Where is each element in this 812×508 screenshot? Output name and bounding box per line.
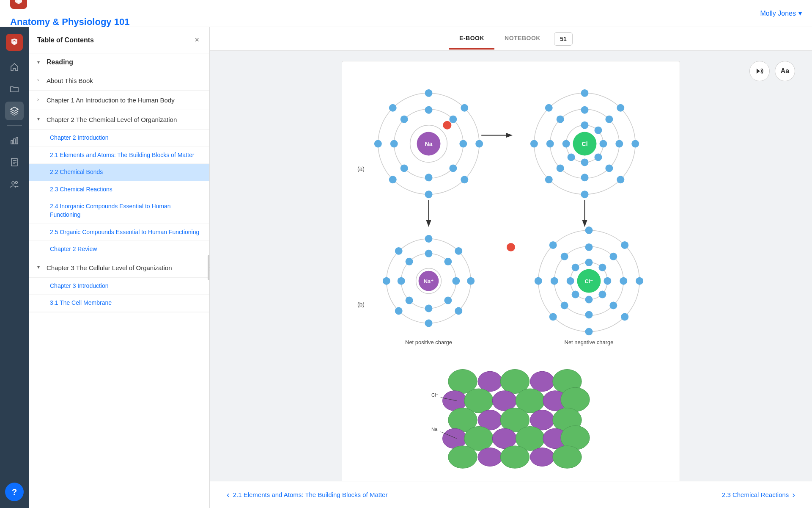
svg-point-72 bbox=[467, 277, 475, 285]
toc-close-button[interactable]: × bbox=[193, 34, 201, 46]
next-nav-link[interactable]: 2.3 Chemical Reactions › bbox=[722, 490, 795, 500]
help-button[interactable]: ? bbox=[5, 483, 24, 501]
na-atom-top: Na bbox=[374, 89, 511, 198]
svg-text:Na⁺: Na⁺ bbox=[424, 278, 434, 284]
svg-point-95 bbox=[585, 328, 593, 335]
ch1-label: Chapter 1 An Introduction to the Human B… bbox=[47, 96, 175, 105]
toc-ch2-review[interactable]: Chapter 2 Review bbox=[29, 241, 209, 258]
sidebar-layers[interactable] bbox=[5, 102, 24, 120]
sidebar-people[interactable] bbox=[5, 175, 24, 193]
prev-arrow: ‹ bbox=[227, 490, 230, 500]
ch3-label: Chapter 3 The Cellular Level of Organiza… bbox=[47, 263, 172, 272]
toc-ch2-header[interactable]: ▾ Chapter 2 The Chemical Level of Organi… bbox=[29, 110, 209, 130]
ch3-sub-items: Chapter 3 Introduction 3.1 The Cell Memb… bbox=[29, 278, 209, 312]
svg-point-122 bbox=[492, 391, 516, 411]
svg-point-60 bbox=[581, 158, 589, 166]
sidebar-logo bbox=[6, 34, 23, 51]
nacl-crystal-diagram: Cl⁻ Na bbox=[431, 365, 591, 470]
tab-notebook[interactable]: NOTEBOOK bbox=[494, 28, 551, 50]
svg-point-105 bbox=[551, 277, 558, 285]
svg-point-40 bbox=[581, 89, 589, 97]
ch2-chevron: ▾ bbox=[37, 116, 43, 122]
svg-point-71 bbox=[455, 247, 462, 255]
svg-point-81 bbox=[444, 297, 452, 304]
cl-ion-bottom: Cl⁻ bbox=[535, 226, 643, 335]
svg-point-53 bbox=[557, 164, 564, 172]
reading-controls: Aa bbox=[749, 61, 795, 81]
toc-ch3-header[interactable]: ▾ Chapter 3 The Cellular Level of Organi… bbox=[29, 258, 209, 278]
toc-ch3-intro[interactable]: Chapter 3 Introduction bbox=[29, 278, 209, 295]
toc-about-header[interactable]: › About This Book bbox=[29, 71, 209, 91]
toc-ch2-2-5[interactable]: 2.5 Organic Compounds Essential to Human… bbox=[29, 224, 209, 241]
label-a: (a) bbox=[357, 166, 365, 172]
toc-reading-header[interactable]: ▾ Reading bbox=[29, 53, 209, 71]
svg-point-141 bbox=[553, 446, 582, 468]
svg-point-140 bbox=[530, 448, 554, 467]
prev-nav-link[interactable]: ‹ 2.1 Elements and Atoms: The Building B… bbox=[227, 490, 387, 500]
svg-point-19 bbox=[475, 140, 483, 148]
svg-point-109 bbox=[604, 277, 611, 285]
svg-point-96 bbox=[549, 313, 557, 320]
about-chevron: › bbox=[37, 77, 43, 83]
net-positive-label: Net positive charge bbox=[405, 339, 452, 345]
svg-point-51 bbox=[605, 164, 613, 172]
svg-point-85 bbox=[406, 258, 413, 265]
svg-rect-4 bbox=[16, 137, 18, 144]
top-header: Anatomy & Physiology 101 MWF 9:00 AM-10:… bbox=[0, 0, 812, 27]
reading-chevron: ▾ bbox=[37, 59, 43, 65]
svg-point-47 bbox=[545, 104, 553, 112]
svg-point-99 bbox=[585, 243, 593, 251]
svg-point-23 bbox=[374, 140, 382, 148]
svg-point-131 bbox=[443, 428, 467, 449]
svg-point-79 bbox=[444, 258, 452, 265]
svg-point-41 bbox=[617, 104, 624, 112]
tab-ebook[interactable]: E-book bbox=[449, 28, 494, 50]
svg-text:Na: Na bbox=[431, 427, 438, 432]
toc-ch2-2-1[interactable]: 2.1 Elements and Atoms: The Building Blo… bbox=[29, 147, 209, 164]
na-ion-bottom: Na⁺ bbox=[383, 235, 475, 327]
svg-point-0 bbox=[17, 0, 20, 3]
sidebar-chart[interactable] bbox=[5, 131, 24, 149]
label-b: (b) bbox=[357, 301, 365, 308]
svg-point-84 bbox=[398, 277, 405, 285]
svg-point-44 bbox=[581, 190, 589, 198]
user-menu[interactable]: Molly Jones ▾ bbox=[760, 9, 802, 17]
sidebar-notebook[interactable] bbox=[5, 153, 24, 171]
svg-text:Cl⁻: Cl⁻ bbox=[431, 392, 439, 398]
toc-ch2-2-2[interactable]: 2.2 Chemical Bonds bbox=[29, 164, 209, 181]
svg-point-27 bbox=[459, 140, 467, 148]
toc-ch2-2-3[interactable]: 2.3 Chemical Reactions bbox=[29, 181, 209, 199]
tab-badge[interactable]: 51 bbox=[554, 32, 573, 46]
svg-point-118 bbox=[530, 371, 554, 392]
chemical-bonds-diagram: (a) Na bbox=[351, 70, 671, 357]
svg-point-114 bbox=[572, 264, 579, 271]
sidebar-folder[interactable] bbox=[5, 80, 24, 98]
svg-point-42 bbox=[631, 140, 639, 148]
main-layout: ? Table of Contents × ▾ Reading › About … bbox=[0, 27, 812, 508]
font-icon: Aa bbox=[781, 67, 789, 75]
svg-point-56 bbox=[581, 121, 589, 129]
svg-point-50 bbox=[615, 140, 623, 148]
svg-point-102 bbox=[609, 302, 617, 309]
prev-label: 2.1 Elements and Atoms: The Building Blo… bbox=[233, 491, 388, 498]
toc-ch2-intro[interactable]: Chapter 2 Introduction bbox=[29, 130, 209, 147]
svg-point-49 bbox=[605, 116, 613, 123]
svg-point-32 bbox=[401, 116, 408, 123]
svg-point-76 bbox=[383, 277, 390, 285]
svg-point-9 bbox=[12, 182, 14, 184]
svg-point-83 bbox=[406, 297, 413, 304]
svg-point-31 bbox=[390, 140, 398, 148]
audio-button[interactable] bbox=[749, 61, 770, 81]
ch1-chevron: › bbox=[37, 97, 43, 102]
toc-ch1-header[interactable]: › Chapter 1 An Introduction to the Human… bbox=[29, 91, 209, 110]
svg-point-61 bbox=[568, 153, 575, 161]
toc-ch3-3-1[interactable]: 3.1 The Cell Membrane bbox=[29, 295, 209, 312]
crystal-diagram-container: Cl⁻ Na bbox=[351, 359, 671, 475]
svg-point-54 bbox=[546, 140, 554, 148]
next-arrow: › bbox=[792, 490, 795, 500]
user-name: Molly Jones bbox=[760, 10, 796, 17]
sidebar-home[interactable] bbox=[5, 58, 24, 76]
toc-ch2-2-4[interactable]: 2.4 Inorganic Compounds Essential to Hum… bbox=[29, 198, 209, 224]
font-button[interactable]: Aa bbox=[775, 61, 795, 81]
reading-label: Reading bbox=[47, 58, 73, 66]
